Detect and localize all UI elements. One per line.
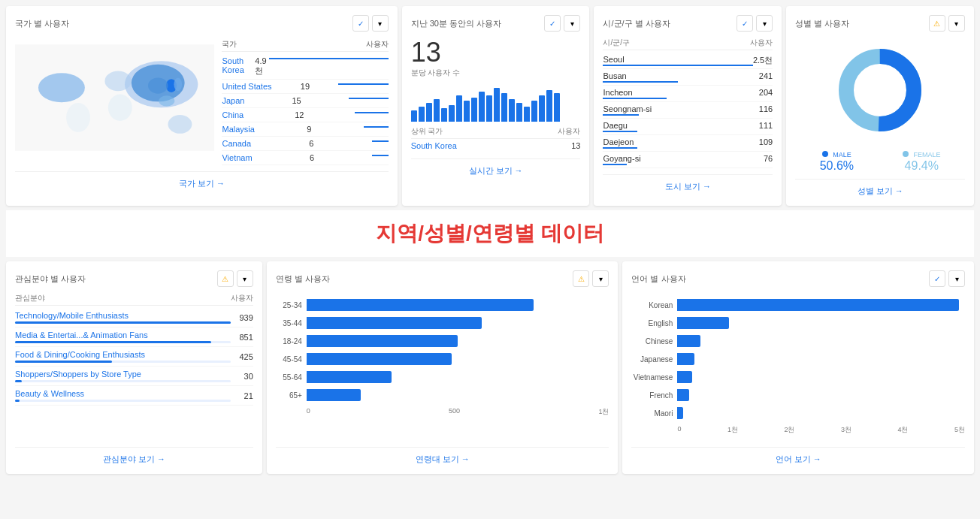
map-table-row: United States19	[222, 80, 388, 94]
lang-bar-row: Korean	[631, 299, 965, 311]
map-card-controls: ✓ ▾	[352, 15, 389, 32]
map-col-country: 국가	[222, 39, 237, 50]
top-country-col-users: 사용자	[558, 126, 580, 137]
map-table: 국가 사용자 South Korea4.9천United States19Jap…	[222, 38, 388, 165]
language-check-btn[interactable]: ✓	[929, 270, 945, 287]
mini-bar	[554, 93, 560, 122]
top-country-header: 상위 국가 사용자	[411, 126, 581, 139]
city-bar	[603, 131, 637, 132]
map-svg-area	[15, 38, 214, 165]
city-bar	[603, 147, 637, 149]
lang-bar-container	[677, 389, 965, 401]
city-value: 111	[759, 121, 773, 132]
lang-label: English	[631, 319, 673, 327]
age-warn-btn[interactable]: ⚠	[573, 270, 589, 287]
map-table-row: Japan15	[222, 94, 388, 108]
map-country-value: 12	[295, 110, 304, 119]
interest-name: Beauty & Wellness	[15, 389, 84, 398]
map-dropdown-btn[interactable]: ▾	[372, 15, 389, 32]
map-footer[interactable]: 국가 보기 →	[15, 171, 389, 189]
city-check-btn[interactable]: ✓	[737, 15, 753, 32]
age-label: 18-24	[276, 337, 302, 345]
lang-bar-container	[677, 407, 965, 419]
lang-chart: KoreanEnglishChineseJapaneseVietnameseFr…	[631, 293, 965, 441]
city-title: 시/군/구 별 사용자	[603, 18, 670, 29]
age-dropdown-btn[interactable]: ▾	[592, 270, 609, 287]
chevron-down-icon: ▾	[763, 20, 767, 28]
map-table-row: China12	[222, 108, 388, 122]
interest-table-row: Media & Entertai...& Animation Fans851	[15, 327, 253, 347]
city-rows: Seoul2.5천Busan241Incheon204Seongnam-si11…	[603, 53, 773, 168]
city-table-row: Goyang-si76	[603, 152, 773, 168]
city-bar	[603, 65, 752, 66]
mini-bar	[486, 95, 492, 122]
realtime-dropdown-btn[interactable]: ▾	[564, 15, 580, 32]
map-country-bar	[372, 140, 389, 142]
mini-bar	[434, 99, 440, 122]
age-footer[interactable]: 연령대 보기 →	[276, 447, 609, 465]
age-x-label: 1천	[598, 407, 609, 417]
city-name: Seongnam-si	[603, 104, 652, 113]
map-country-bar	[355, 112, 388, 113]
gender-title: 성별 별 사용자	[795, 18, 849, 29]
interest-name: Media & Entertai...& Animation Fans	[15, 330, 148, 339]
chevron-down-icon: ▾	[599, 275, 603, 283]
female-label: FEMALE	[903, 149, 940, 159]
map-country-bar	[364, 126, 389, 128]
interest-dropdown-btn[interactable]: ▾	[237, 270, 253, 287]
chevron-down-icon: ▾	[955, 275, 959, 283]
realtime-footer[interactable]: 실시간 보기 →	[411, 158, 581, 177]
svg-point-10	[108, 95, 132, 121]
lang-bar	[677, 317, 729, 329]
city-bar	[603, 98, 667, 99]
realtime-check-btn[interactable]: ✓	[544, 15, 561, 32]
top-country-value: 13	[571, 141, 580, 150]
gender-warn-btn[interactable]: ⚠	[929, 15, 945, 32]
map-card-title: 국가 별 사용자	[15, 18, 69, 29]
age-bar	[307, 317, 482, 329]
gender-dropdown-btn[interactable]: ▾	[948, 15, 965, 32]
city-bar	[603, 81, 678, 83]
lang-bar-container	[677, 299, 965, 311]
city-dropdown-btn[interactable]: ▾	[756, 15, 773, 32]
male-label-text: MALE	[833, 151, 851, 158]
lang-bar-row: Vietnamese	[631, 371, 965, 383]
city-bar	[603, 164, 627, 165]
city-name: Goyang-si	[603, 154, 640, 163]
city-col-name: 시/군/구	[603, 38, 630, 48]
age-card-header: 연령 별 사용자 ⚠ ▾	[276, 270, 609, 287]
top-row: 국가 별 사용자 ✓ ▾	[6, 6, 974, 206]
language-footer[interactable]: 언어 보기 →	[631, 447, 965, 465]
lang-bar	[677, 389, 688, 401]
age-bar	[307, 371, 392, 383]
map-check-btn[interactable]: ✓	[352, 15, 369, 32]
lang-label: Chinese	[631, 337, 673, 345]
city-table-row: Seoul2.5천	[603, 53, 773, 69]
interest-title: 관심분야 별 사용자	[15, 273, 86, 285]
realtime-controls: ✓ ▾	[544, 15, 580, 32]
age-bar-container	[307, 389, 609, 401]
interest-footer[interactable]: 관심분야 보기 →	[15, 447, 253, 465]
age-bar-row: 65+	[276, 389, 609, 401]
male-pct: 50.6%	[820, 159, 854, 173]
interest-warn-btn[interactable]: ⚠	[217, 270, 234, 287]
age-x-label: 0	[307, 407, 310, 417]
mini-bar	[509, 99, 515, 122]
interest-table-row: Shoppers/Shoppers by Store Type30	[15, 367, 253, 386]
map-country-name: China	[222, 110, 243, 119]
age-bar-container	[307, 299, 609, 311]
city-footer[interactable]: 도시 보기 →	[603, 174, 773, 192]
lang-x-label: 3천	[841, 425, 851, 435]
warning-icon: ⚠	[933, 20, 940, 28]
interest-table-row: Technology/Mobile Enthusiasts939	[15, 308, 253, 327]
lang-label: Korean	[631, 301, 673, 309]
language-dropdown-btn[interactable]: ▾	[948, 270, 965, 287]
top-country-col-label: 상위 국가	[411, 126, 443, 137]
gender-footer[interactable]: 성별 보기 →	[795, 179, 965, 197]
svg-point-6	[38, 73, 85, 102]
warning-icon: ⚠	[222, 275, 228, 283]
age-bar-container	[307, 317, 609, 329]
age-label: 35-44	[276, 319, 302, 327]
lang-label: Maori	[631, 409, 673, 418]
city-table-row: Daejeon109	[603, 135, 773, 152]
